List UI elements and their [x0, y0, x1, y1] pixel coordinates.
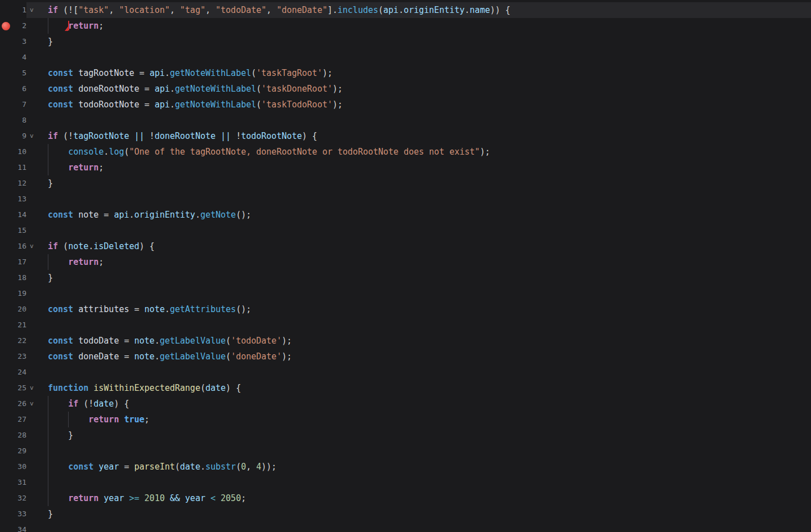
breakpoint-gutter[interactable]	[0, 443, 11, 459]
line-number[interactable]: 25	[11, 380, 26, 396]
line-number[interactable]: 9	[11, 128, 26, 144]
fold-chevron-down-icon[interactable]: v	[30, 3, 34, 17]
breakpoint-icon[interactable]	[2, 22, 10, 30]
breakpoint-gutter[interactable]	[0, 175, 11, 191]
line-number[interactable]: 20	[11, 301, 26, 317]
code-line[interactable]: 34	[0, 522, 811, 532]
breakpoint-gutter[interactable]	[0, 286, 11, 301]
line-number[interactable]: 2	[11, 18, 26, 34]
line-number[interactable]: 33	[11, 506, 26, 522]
fold-chevron-down-icon[interactable]: v	[30, 381, 34, 395]
code-line[interactable]: 33}	[0, 506, 811, 522]
breakpoint-gutter[interactable]	[0, 112, 11, 128]
code-line[interactable]: 26v if (!date) {	[0, 396, 811, 412]
line-number[interactable]: 15	[11, 223, 26, 238]
code-line[interactable]: 22const todoDate = note.getLabelValue('t…	[0, 333, 811, 349]
code-line[interactable]: 16vif (note.isDeleted) {	[0, 238, 811, 254]
breakpoint-gutter[interactable]	[0, 254, 11, 270]
code-line[interactable]: 23const doneDate = note.getLabelValue('d…	[0, 349, 811, 364]
breakpoint-gutter[interactable]	[0, 2, 11, 18]
line-number[interactable]: 31	[11, 475, 26, 490]
code-line-content[interactable]: const todoRootNote = api.getNoteWithLabe…	[26, 97, 811, 112]
line-number[interactable]: 32	[11, 490, 26, 506]
breakpoint-gutter[interactable]	[0, 349, 11, 364]
code-line-content[interactable]	[26, 112, 811, 128]
code-line[interactable]: 3}	[0, 34, 811, 49]
code-line-content[interactable]: }	[26, 34, 811, 49]
code-line[interactable]: 31	[0, 475, 811, 490]
code-line-content[interactable]: const doneDate = note.getLabelValue('don…	[26, 349, 811, 364]
code-line-content[interactable]: v if (!date) {	[26, 396, 811, 412]
line-number[interactable]: 17	[11, 254, 26, 270]
line-number[interactable]: 21	[11, 317, 26, 333]
code-line[interactable]: 6const doneRootNote = api.getNoteWithLab…	[0, 81, 811, 97]
line-number[interactable]: 19	[11, 286, 26, 301]
line-number[interactable]: 13	[11, 191, 26, 207]
code-line[interactable]: 9vif (!tagRootNote || !doneRootNote || !…	[0, 128, 811, 144]
breakpoint-gutter[interactable]	[0, 364, 11, 380]
code-line[interactable]: 8	[0, 112, 811, 128]
breakpoint-gutter[interactable]	[0, 396, 11, 412]
line-number[interactable]: 14	[11, 207, 26, 223]
line-number[interactable]: 29	[11, 443, 26, 459]
code-line[interactable]: 19	[0, 286, 811, 301]
code-line-content[interactable]	[26, 286, 811, 301]
code-line-content[interactable]: const attributes = note.getAttributes();	[26, 301, 811, 317]
code-line[interactable]: 24	[0, 364, 811, 380]
line-number[interactable]: 4	[11, 49, 26, 65]
code-line[interactable]: 29	[0, 443, 811, 459]
code-area[interactable]: 1vif (!["task", "location", "tag", "todo…	[0, 0, 811, 532]
line-number[interactable]: 7	[11, 97, 26, 112]
code-line[interactable]: 15	[0, 223, 811, 238]
code-line-content[interactable]	[26, 475, 811, 490]
code-line[interactable]: 28 }	[0, 427, 811, 443]
line-number[interactable]: 1	[11, 2, 26, 18]
fold-chevron-down-icon[interactable]: v	[30, 397, 34, 411]
code-line-content[interactable]: return true;	[26, 412, 811, 427]
breakpoint-gutter[interactable]	[0, 34, 11, 49]
code-line[interactable]: 18}	[0, 270, 811, 286]
code-line[interactable]: 27 return true;	[0, 412, 811, 427]
breakpoint-gutter[interactable]	[0, 380, 11, 396]
code-line-content[interactable]: vfunction isWithinExpectedRange(date) {	[26, 380, 811, 396]
breakpoint-gutter[interactable]	[0, 301, 11, 317]
code-line-content[interactable]: vif (note.isDeleted) {	[26, 238, 811, 254]
fold-chevron-down-icon[interactable]: v	[30, 240, 34, 253]
breakpoint-gutter[interactable]	[0, 459, 11, 475]
line-number[interactable]: 34	[11, 522, 26, 532]
code-line-content[interactable]: return;	[26, 160, 811, 175]
breakpoint-gutter[interactable]	[0, 427, 11, 443]
code-line-content[interactable]: return;	[26, 18, 811, 34]
line-number[interactable]: 5	[11, 65, 26, 81]
breakpoint-gutter[interactable]	[0, 81, 11, 97]
line-number[interactable]: 23	[11, 349, 26, 364]
breakpoint-gutter[interactable]	[0, 49, 11, 65]
code-line-content[interactable]: }	[26, 270, 811, 286]
code-line-content[interactable]: vif (!tagRootNote || !doneRootNote || !t…	[26, 128, 811, 144]
code-line[interactable]: 21	[0, 317, 811, 333]
code-line[interactable]: 1vif (!["task", "location", "tag", "todo…	[0, 2, 811, 18]
line-number[interactable]: 22	[11, 333, 26, 349]
code-line-content[interactable]	[26, 191, 811, 207]
line-number[interactable]: 24	[11, 364, 26, 380]
breakpoint-gutter[interactable]	[0, 18, 11, 34]
breakpoint-gutter[interactable]	[0, 270, 11, 286]
line-number[interactable]: 16	[11, 238, 26, 254]
code-line[interactable]: 32 return year >= 2010 && year < 2050;	[0, 490, 811, 506]
code-line-content[interactable]: const note = api.originEntity.getNote();	[26, 207, 811, 223]
code-line-content[interactable]: console.log("One of the tagRootNote, don…	[26, 144, 811, 160]
breakpoint-gutter[interactable]	[0, 223, 11, 238]
line-number[interactable]: 26	[11, 396, 26, 412]
code-line[interactable]: 2 return;	[0, 18, 811, 34]
code-line-content[interactable]: return;	[26, 254, 811, 270]
breakpoint-gutter[interactable]	[0, 97, 11, 112]
line-number[interactable]: 30	[11, 459, 26, 475]
code-line-content[interactable]: vif (!["task", "location", "tag", "todoD…	[26, 2, 811, 18]
code-line[interactable]: 12}	[0, 175, 811, 191]
code-line[interactable]: 7const todoRootNote = api.getNoteWithLab…	[0, 97, 811, 112]
line-number[interactable]: 8	[11, 112, 26, 128]
breakpoint-gutter[interactable]	[0, 207, 11, 223]
code-line[interactable]: 20const attributes = note.getAttributes(…	[0, 301, 811, 317]
breakpoint-gutter[interactable]	[0, 65, 11, 81]
code-line-content[interactable]: const todoDate = note.getLabelValue('tod…	[26, 333, 811, 349]
